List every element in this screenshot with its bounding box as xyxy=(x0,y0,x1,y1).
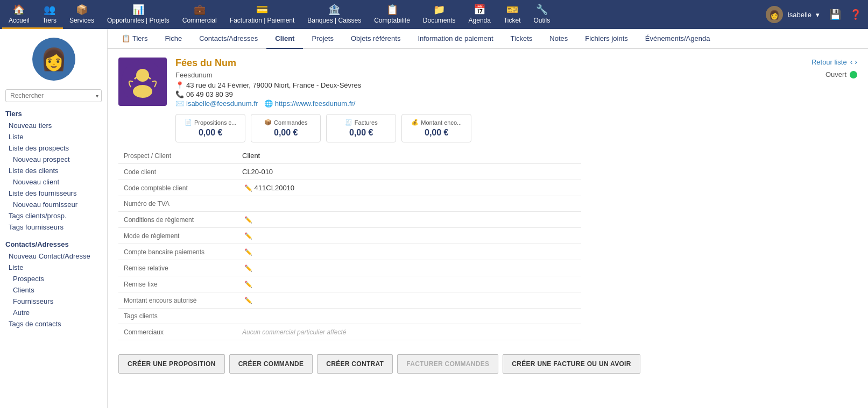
edit-icon[interactable]: ✏️ xyxy=(244,232,252,240)
nav-commercial[interactable]: 💼 Commercial xyxy=(176,0,223,29)
field-value[interactable]: ✏️ xyxy=(237,292,581,309)
edit-icon[interactable]: ✏️ xyxy=(244,281,252,288)
user-menu[interactable]: 👩 Isabelle ▾ xyxy=(760,0,825,29)
company-avatar: 👩 xyxy=(32,38,75,81)
sidebar-liste-prospects[interactable]: Liste des prospects xyxy=(0,142,107,154)
nav-comptabilite[interactable]: 📋 Comptabilité xyxy=(368,0,417,29)
form-table: Prospect / ClientClientCode clientCL20-0… xyxy=(118,148,581,340)
back-to-list[interactable]: Retour liste xyxy=(811,58,847,66)
sidebar-nouveau-tiers[interactable]: Nouveau tiers xyxy=(0,120,107,131)
placeholder-text: Aucun commercial particulier affecté xyxy=(242,328,346,336)
field-value[interactable]: ✏️ xyxy=(237,212,581,228)
commandes-icon: 📦 xyxy=(264,119,272,126)
help-icon[interactable]: ❓ xyxy=(845,0,866,29)
field-label: Compte bancaire paiements xyxy=(118,244,237,260)
edit-icon[interactable]: ✏️ xyxy=(244,297,252,304)
sidebar-liste[interactable]: Liste xyxy=(0,131,107,142)
sidebar-liste-fournisseurs[interactable]: Liste des fournisseurs xyxy=(0,188,107,199)
field-label: Code comptable client xyxy=(118,180,237,196)
sidebar-nouveau-fournisseur[interactable]: Nouveau fournisseur xyxy=(0,199,107,210)
table-row: Montant encours autorisé✏️ xyxy=(118,292,581,309)
tab-fichiers[interactable]: Fichiers joints xyxy=(576,29,636,49)
main-content: 📋 Tiers Fiche Contacts/Adresses Client P… xyxy=(108,29,868,408)
prev-arrow[interactable]: ‹ xyxy=(850,58,853,66)
table-row: Code clientCL20-010 xyxy=(118,164,581,180)
field-value[interactable]: ✏️ xyxy=(237,244,581,260)
documents-icon: 📁 xyxy=(433,4,445,16)
company-email[interactable]: isabelle@feesdunum.fr xyxy=(186,99,258,108)
edit-icon[interactable]: ✏️ xyxy=(244,184,252,192)
sidebar-prospects[interactable]: Prospects xyxy=(0,273,107,284)
client-form: Prospect / ClientClientCode clientCL20-0… xyxy=(108,148,592,346)
sidebar-clients[interactable]: Clients xyxy=(0,284,107,296)
tab-tickets[interactable]: Tickets xyxy=(502,29,541,49)
company-subtitle: Feesdunum xyxy=(175,71,752,79)
stat-commandes: 📦 Commandes 0,00 € xyxy=(251,114,321,142)
sidebar-tags-clients[interactable]: Tags clients/prosp. xyxy=(0,210,107,221)
next-arrow[interactable]: › xyxy=(855,58,857,66)
company-website[interactable]: https://www.feesdunum.fr/ xyxy=(275,99,356,108)
nav-agenda[interactable]: 📅 Agenda xyxy=(462,0,497,29)
save-icon[interactable]: 💾 xyxy=(825,0,845,29)
nav-accueil[interactable]: 🏠 Accueil xyxy=(2,0,36,29)
edit-icon[interactable]: ✏️ xyxy=(244,264,252,272)
field-value[interactable]: ✏️ xyxy=(237,228,581,244)
field-value[interactable]: ✏️ xyxy=(237,260,581,276)
table-row: Mode de règlement✏️ xyxy=(118,228,581,244)
nav-facturation[interactable]: 💳 Facturation | Paiement xyxy=(223,0,301,29)
field-label: Tags clients xyxy=(118,309,237,324)
tab-evenements[interactable]: Événements/Agenda xyxy=(637,29,719,49)
table-row: Compte bancaire paiements✏️ xyxy=(118,244,581,260)
edit-icon[interactable]: ✏️ xyxy=(244,248,252,256)
tab-contacts[interactable]: Contacts/Adresses xyxy=(190,29,266,49)
nav-tiers[interactable]: 👥 Tiers xyxy=(36,0,63,29)
outils-icon: 🔧 xyxy=(536,4,548,16)
header-right: Retour liste ‹ › Ouvert xyxy=(760,58,857,78)
nav-documents[interactable]: 📁 Documents xyxy=(417,0,462,29)
tab-notes[interactable]: Notes xyxy=(541,29,576,49)
nav-ticket[interactable]: 🎫 Ticket xyxy=(497,0,527,29)
sidebar-tags-contacts[interactable]: Tags de contacts xyxy=(0,318,107,330)
facturation-icon: 💳 xyxy=(256,4,268,16)
nav-services[interactable]: 📦 Services xyxy=(63,0,101,29)
creer-proposition-button[interactable]: CRÉER UNE PROPOSITION xyxy=(118,354,225,374)
sidebar-autre[interactable]: Autre xyxy=(0,307,107,318)
montant-icon: 💰 xyxy=(411,119,419,126)
sidebar-nouveau-client[interactable]: Nouveau client xyxy=(0,176,107,188)
nav-banques[interactable]: 🏦 Banques | Caisses xyxy=(301,0,368,29)
accueil-icon: 🏠 xyxy=(13,4,25,16)
company-address: 📍 43 rue du 24 Février, 79000 Niort, Fra… xyxy=(175,81,752,89)
sidebar-tags-fournisseurs[interactable]: Tags fournisseurs xyxy=(0,221,107,233)
creer-commande-button[interactable]: CRÉER COMMANDE xyxy=(229,354,313,374)
nav-outils[interactable]: 🔧 Outils xyxy=(527,0,557,29)
facturer-commandes-button[interactable]: FACTURER COMMANDES xyxy=(397,354,498,374)
propositions-icon: 📄 xyxy=(185,119,192,126)
creer-facture-button[interactable]: CRÉER UNE FACTURE OU UN AVOIR xyxy=(503,354,640,374)
table-row: Remise fixe✏️ xyxy=(118,276,581,292)
tab-paiement[interactable]: Information de paiement xyxy=(409,29,502,49)
field-value[interactable]: ✏️ 411CL20010 xyxy=(237,180,581,196)
top-navigation: 🏠 Accueil 👥 Tiers 📦 Services 📊 Opportuni… xyxy=(0,0,868,29)
nav-opportunites[interactable]: 📊 Opportunités | Projets xyxy=(101,0,176,29)
field-value[interactable]: ✏️ xyxy=(237,276,581,292)
tab-client[interactable]: Client xyxy=(266,29,303,49)
sidebar-fournisseurs[interactable]: Fournisseurs xyxy=(0,296,107,307)
sidebar-liste-clients[interactable]: Liste des clients xyxy=(0,165,107,176)
stat-factures: 🧾 Factures 0,00 € xyxy=(326,114,396,142)
sidebar-nouveau-contact[interactable]: Nouveau Contact/Adresse xyxy=(0,250,107,262)
agenda-icon: 📅 xyxy=(474,4,485,16)
tab-projets[interactable]: Projets xyxy=(303,29,342,49)
search-input[interactable] xyxy=(5,89,102,102)
banques-icon: 🏦 xyxy=(328,4,340,16)
tab-objets[interactable]: Objets référents xyxy=(342,29,410,49)
tab-tiers[interactable]: 📋 Tiers xyxy=(113,29,156,49)
table-row: Numéro de TVA xyxy=(118,196,581,212)
creer-contrat-button[interactable]: CRÉER CONTRAT xyxy=(317,354,393,374)
sidebar-liste-contacts[interactable]: Liste xyxy=(0,262,107,273)
field-value: Aucun commercial particulier affecté xyxy=(237,324,581,340)
sidebar-nouveau-prospect[interactable]: Nouveau prospect xyxy=(0,154,107,165)
edit-icon[interactable]: ✏️ xyxy=(244,216,252,224)
field-label: Code client xyxy=(118,164,237,180)
tab-fiche[interactable]: Fiche xyxy=(156,29,190,49)
table-row: Conditions de règlement✏️ xyxy=(118,212,581,228)
